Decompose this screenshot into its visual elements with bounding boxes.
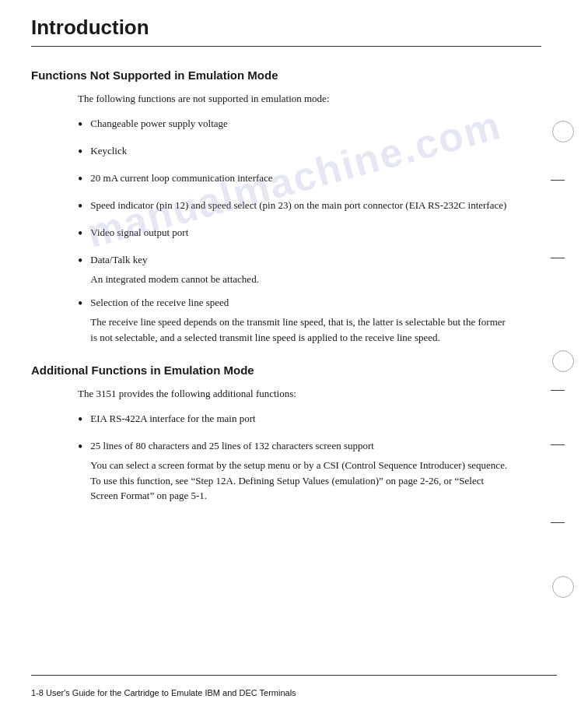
dash-marker-3: — (551, 381, 565, 398)
bullet-content: 25 lines of 80 characters and 25 lines o… (90, 438, 510, 504)
bullet-dot: • (78, 169, 82, 190)
list-item: • Data/Talk key An integrated modem cann… (78, 252, 510, 287)
section2-heading: Additional Functions in Emulation Mode (31, 364, 541, 377)
bullet-text: EIA RS-422A interface for the main port (90, 413, 255, 424)
circle-marker-2 (552, 350, 574, 372)
bullet-text: 25 lines of 80 characters and 25 lines o… (90, 440, 374, 451)
bullet-text: Changeable power supply voltage (90, 118, 228, 129)
bullet-dot: • (78, 142, 82, 163)
section1-intro: The following functions are not supporte… (78, 91, 510, 107)
bullet-content: Changeable power supply voltage (90, 116, 510, 132)
bullet-content: EIA RS-422A interface for the main port (90, 411, 510, 427)
bullet-dot: • (78, 223, 82, 244)
bullet-content: Keyclick (90, 143, 510, 159)
section-additional-functions: Additional Functions in Emulation Mode T… (31, 364, 541, 504)
sub-paragraph: The receive line speed depends on the tr… (90, 314, 510, 345)
list-item: • 20 mA current loop communication inter… (78, 170, 510, 190)
footer-text: 1-8 User's Guide for the Cartridge to Em… (31, 688, 296, 697)
section1-heading: Functions Not Supported in Emulation Mod… (31, 68, 541, 82)
bullet-text: Speed indicator (pin 12) and speed selec… (90, 199, 506, 211)
list-item: • EIA RS-422A interface for the main por… (78, 411, 510, 430)
dash-marker-2: — (551, 249, 565, 265)
page-title: Introduction (31, 16, 541, 47)
bullet-dot: • (78, 196, 82, 217)
bullet-text: Keyclick (90, 145, 127, 156)
section2-body: The 3151 provides the following addition… (78, 386, 510, 504)
bullet-text: Data/Talk key (90, 254, 147, 265)
section1-body: The following functions are not supporte… (78, 91, 510, 345)
bullet-text: Selection of the receive line speed (90, 297, 229, 308)
bullet-text: Video signal output port (90, 227, 188, 238)
bullet-content: 20 mA current loop communication interfa… (90, 170, 510, 186)
section2-bullet-list: • EIA RS-422A interface for the main por… (78, 411, 510, 504)
bullet-content: Selection of the receive line speed The … (90, 295, 510, 346)
bullet-content: Data/Talk key An integrated modem cannot… (90, 252, 510, 287)
dash-marker-4: — (551, 436, 565, 452)
bullet-content: Speed indicator (pin 12) and speed selec… (90, 198, 510, 213)
list-item: • Video signal output port (78, 225, 510, 244)
bullet-dot: • (78, 409, 82, 430)
bullet-dot: • (78, 437, 82, 458)
page: manualmachine.com — — — — — Introduction… (0, 0, 588, 713)
bullet-dot: • (78, 251, 82, 272)
list-item: • Selection of the receive line speed Th… (78, 295, 510, 346)
dash-marker-5: — (551, 514, 565, 530)
bullet-content: Video signal output port (90, 225, 510, 241)
section-functions-not-supported: Functions Not Supported in Emulation Mod… (31, 68, 541, 345)
sub-paragraph: An integrated modem cannot be attached. (90, 272, 510, 287)
section2-intro: The 3151 provides the following addition… (78, 386, 510, 402)
list-item: • Keyclick (78, 143, 510, 163)
bullet-text: 20 mA current loop communication interfa… (90, 172, 272, 184)
footer-line (31, 675, 557, 676)
section1-bullet-list: • Changeable power supply voltage • Keyc… (78, 116, 510, 346)
sub-paragraph: You can select a screen format by the se… (90, 458, 510, 504)
circle-marker-1 (552, 121, 574, 142)
bullet-dot: • (78, 293, 82, 314)
circle-marker-3 (552, 576, 574, 598)
dash-marker-1: — (551, 171, 565, 188)
bullet-dot: • (78, 114, 82, 135)
list-item: • Changeable power supply voltage (78, 116, 510, 135)
list-item: • Speed indicator (pin 12) and speed sel… (78, 198, 510, 217)
list-item: • 25 lines of 80 characters and 25 lines… (78, 438, 510, 504)
